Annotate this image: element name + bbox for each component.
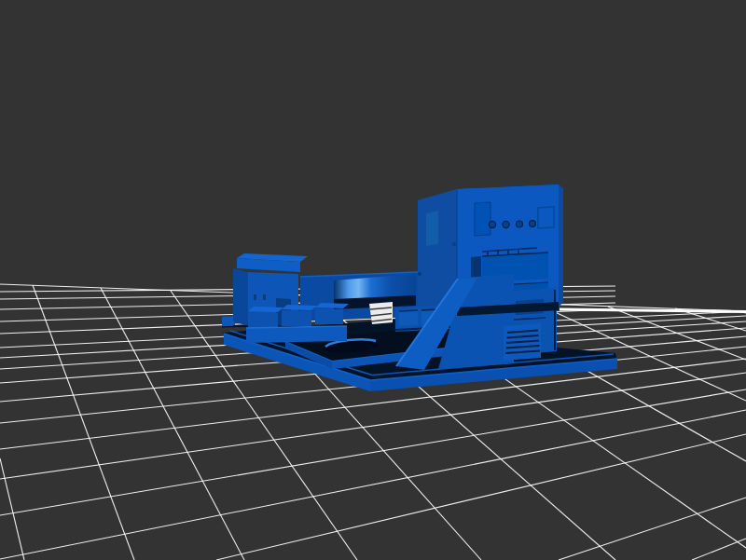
tower-left-face: [233, 268, 248, 326]
porthole-1: [489, 221, 495, 227]
crate-2-front: [282, 310, 311, 326]
porthole-3: [517, 221, 523, 227]
mid-window-1: [399, 310, 418, 326]
rivet-dot-1: [452, 242, 456, 246]
crate-3-top: [315, 303, 349, 308]
deck-corner-box-shadow: [222, 327, 235, 328]
crate-2-top: [282, 305, 317, 310]
porthole-2: [503, 221, 509, 227]
tower-window-dot-1: [254, 294, 256, 300]
front-window: [475, 202, 490, 236]
ledge-front: [246, 326, 347, 343]
crate-1-top: [248, 307, 283, 312]
side-window: [426, 211, 438, 246]
rivet-dot-2: [418, 272, 421, 276]
tower-window-dot-2: [263, 294, 266, 300]
crate-1-front: [248, 312, 278, 328]
mid-window-edge-1: [399, 310, 418, 311]
viewport-3d[interactable]: [0, 0, 746, 560]
viewer-window: [0, 0, 746, 560]
tall-box-right-sliver: [559, 184, 563, 307]
crate-3-front: [315, 308, 343, 324]
porthole-4: [530, 221, 536, 227]
